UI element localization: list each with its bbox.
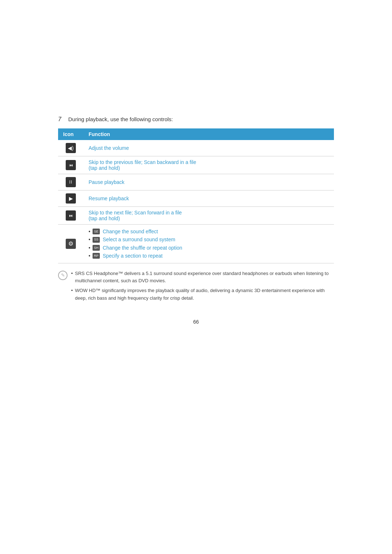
repeat-text: Specify a section to repeat [103, 252, 163, 260]
skip-forward-function-text: Skip to the next file; Scan forward in a… [89, 210, 182, 221]
function-column-header: Function [83, 128, 334, 140]
controls-table: Icon Function ◀) Adjust the volume ⏮ [58, 128, 334, 263]
icon-column-header: Icon [58, 128, 83, 140]
play-function-text: Resume playback [89, 196, 129, 201]
table-row: II Pause playback [58, 174, 334, 190]
table-row: ⚙ SE Change the sound effect SS Select a… [58, 225, 334, 263]
skip-back-function-text: Skip to the previous file; Scan backward… [89, 159, 196, 171]
step-text: During playback, use the following contr… [68, 116, 173, 122]
gear-function-list: SE Change the sound effect SS Select a s… [89, 227, 329, 260]
table-header-row: Icon Function [58, 128, 334, 140]
table-row: ⏮ Skip to the previous file; Scan backwa… [58, 156, 334, 174]
pause-icon: II [66, 177, 76, 187]
sound-effect-mini-icon: SE [93, 229, 100, 234]
play-icon-cell: ▶ [58, 190, 83, 207]
play-icon: ▶ [66, 193, 76, 204]
volume-function-text: Adjust the volume [89, 145, 129, 151]
gear-list-item: SE Change the sound effect [89, 227, 329, 235]
skip-forward-function-cell: Skip to the next file; Scan forward in a… [83, 207, 334, 225]
notes-content: SRS CS Headphone™ delivers a 5.1 surroun… [71, 270, 334, 304]
note-text-2: WOW HD™ significantly improves the playb… [75, 287, 334, 302]
gear-list-item: SH Change the shuffle or repeat option [89, 244, 329, 252]
page-content: 7 During playback, use the following con… [0, 0, 392, 354]
skip-forward-note: (tap and hold) [89, 216, 120, 221]
skip-forward-icon: ⏭ [66, 210, 76, 221]
surround-sound-text: Select a surround sound system [103, 235, 175, 243]
repeat-mini-icon: RP [93, 253, 100, 259]
note-item: WOW HD™ significantly improves the playb… [71, 287, 334, 302]
skip-back-icon-cell: ⏮ [58, 156, 83, 174]
table-row: ▶ Resume playback [58, 190, 334, 207]
volume-icon-cell: ◀) [58, 140, 83, 156]
shuffle-mini-icon: SH [93, 245, 100, 251]
step-number: 7 [58, 116, 65, 123]
note-icon: ✎ [58, 271, 68, 280]
gear-icon-cell: ⚙ [58, 225, 83, 263]
pause-function-cell: Pause playback [83, 174, 334, 190]
note-text-1: SRS CS Headphone™ delivers a 5.1 surroun… [75, 270, 334, 285]
volume-function-cell: Adjust the volume [83, 140, 334, 156]
note-item: SRS CS Headphone™ delivers a 5.1 surroun… [71, 270, 334, 285]
surround-sound-mini-icon: SS [93, 237, 100, 243]
notes-section: ✎ SRS CS Headphone™ delivers a 5.1 surro… [58, 270, 334, 304]
skip-back-note: (tap and hold) [89, 165, 120, 171]
table-row: ◀) Adjust the volume [58, 140, 334, 156]
gear-list-item: SS Select a surround sound system [89, 235, 329, 243]
skip-forward-icon-cell: ⏭ [58, 207, 83, 225]
pause-icon-cell: II [58, 174, 83, 190]
skip-back-icon: ⏮ [66, 160, 76, 170]
shuffle-text: Change the shuffle or repeat option [103, 244, 182, 252]
gear-function-cell: SE Change the sound effect SS Select a s… [83, 225, 334, 263]
skip-back-function-cell: Skip to the previous file; Scan backward… [83, 156, 334, 174]
pause-function-text: Pause playback [89, 179, 124, 185]
gear-list-item: RP Specify a section to repeat [89, 252, 329, 260]
gear-icon: ⚙ [66, 239, 76, 249]
page-number: 66 [58, 319, 334, 325]
table-row: ⏭ Skip to the next file; Scan forward in… [58, 207, 334, 225]
volume-icon: ◀) [66, 143, 76, 153]
step-header: 7 During playback, use the following con… [58, 116, 334, 123]
sound-effect-text: Change the sound effect [103, 227, 158, 235]
play-function-cell: Resume playback [83, 190, 334, 207]
notes-list: SRS CS Headphone™ delivers a 5.1 surroun… [71, 270, 334, 302]
